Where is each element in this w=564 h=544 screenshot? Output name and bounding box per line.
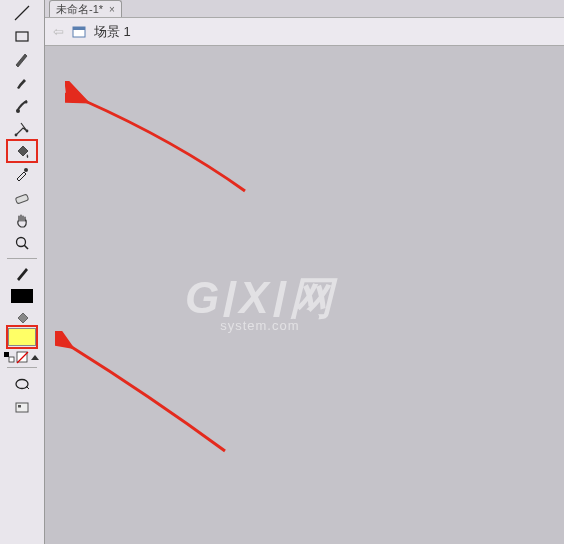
wm-g: G [185, 273, 221, 322]
eraser-tool[interactable] [11, 186, 33, 208]
fill-bucket-icon[interactable] [13, 309, 31, 327]
wm-cn: 网 [289, 273, 335, 322]
svg-rect-12 [17, 352, 27, 362]
svg-rect-16 [18, 405, 21, 408]
no-color-icon[interactable] [16, 351, 29, 364]
scene-label: 场景 1 [94, 23, 131, 41]
svg-rect-18 [73, 27, 85, 30]
svg-rect-10 [4, 352, 9, 357]
stage[interactable]: GX网 system.com [45, 46, 564, 544]
stroke-color-swatch[interactable] [11, 289, 33, 303]
pencil-tool[interactable] [11, 48, 33, 70]
svg-point-3 [25, 100, 28, 103]
line-tool[interactable] [11, 2, 33, 24]
pen-tool[interactable] [11, 262, 33, 284]
eyedropper-tool[interactable] [11, 162, 33, 184]
close-tab-icon[interactable]: × [109, 4, 115, 15]
svg-rect-11 [9, 357, 14, 362]
swap-colors-icon[interactable] [3, 351, 16, 364]
back-icon[interactable]: ⇦ [53, 24, 64, 39]
svg-line-9 [24, 245, 28, 249]
paint-bucket-tool[interactable] [8, 141, 36, 161]
annotation-arrow-1 [65, 81, 265, 201]
svg-point-2 [16, 109, 20, 113]
fill-color-swatch[interactable] [8, 327, 36, 347]
svg-line-0 [15, 6, 29, 20]
tools-panel [0, 0, 45, 544]
zoom-tool[interactable] [11, 232, 33, 254]
hand-tool[interactable] [11, 209, 33, 231]
color-options[interactable] [3, 351, 42, 364]
scene-icon [72, 25, 86, 39]
document-tab[interactable]: 未命名-1* × [49, 0, 122, 17]
decorate-brush-tool[interactable] [11, 95, 33, 117]
document-tabs: 未命名-1* × [45, 0, 564, 18]
svg-point-5 [26, 130, 29, 133]
snap-tool[interactable] [11, 397, 33, 419]
bone-tool[interactable] [11, 118, 33, 140]
toolbar-divider-2 [7, 367, 37, 368]
ellipse-option-icon[interactable] [11, 373, 33, 395]
svg-rect-15 [16, 403, 28, 412]
svg-point-14 [16, 380, 28, 389]
rectangle-tool[interactable] [11, 25, 33, 47]
svg-point-6 [24, 168, 28, 172]
svg-rect-1 [16, 32, 28, 41]
wm-x: X [239, 273, 270, 322]
wm-sub: system.com [220, 318, 299, 333]
watermark: GX网 system.com [185, 276, 335, 333]
annotation-arrow-2 [55, 331, 245, 461]
tab-label: 未命名-1* [56, 2, 103, 17]
svg-point-4 [15, 134, 18, 137]
toolbar-divider [7, 258, 37, 259]
main-area: 未命名-1* × ⇦ 场景 1 GX网 system.com [45, 0, 564, 544]
brush-tool[interactable] [11, 72, 33, 94]
edit-bar: ⇦ 场景 1 [45, 18, 564, 46]
svg-rect-7 [15, 194, 28, 204]
default-colors-icon[interactable] [29, 351, 42, 364]
